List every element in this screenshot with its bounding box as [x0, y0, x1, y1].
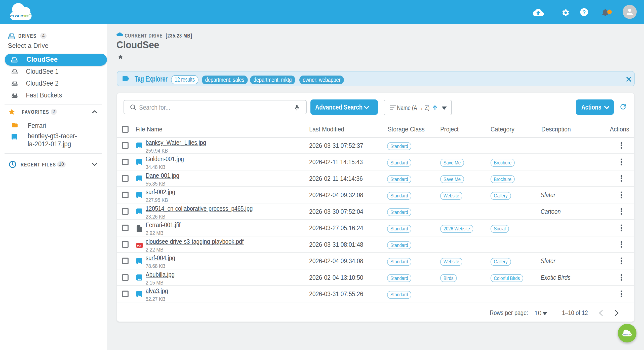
svg-text:PDF: PDF: [137, 244, 142, 247]
svg-text:CLOUD: CLOUD: [10, 14, 23, 18]
svg-text:CLOUD: CLOUD: [623, 334, 629, 336]
svg-text:SEE: SEE: [23, 14, 29, 18]
svg-text:SEE: SEE: [629, 334, 631, 336]
svg-text:™: ™: [29, 14, 31, 16]
svg-text:?: ?: [583, 9, 586, 15]
